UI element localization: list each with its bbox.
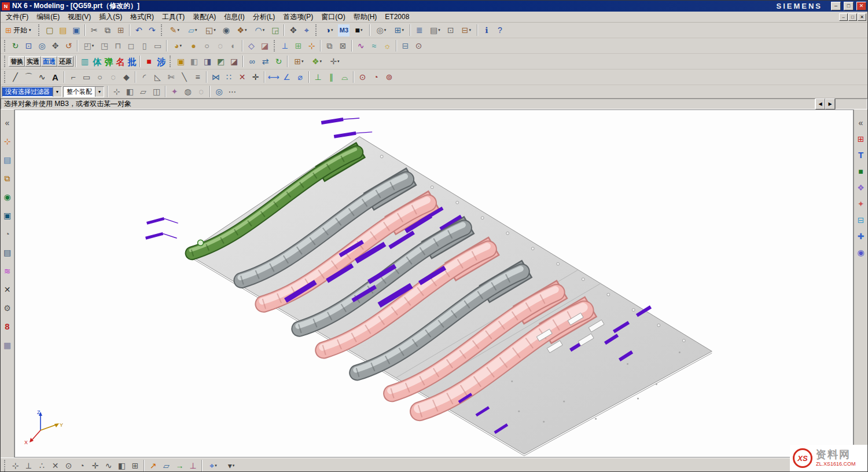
cut-icon[interactable]: ✂ — [87, 24, 101, 36]
select-face-filter-icon[interactable]: ◧ — [123, 86, 137, 98]
snap-point-on-curve-icon[interactable]: ∿ — [102, 459, 115, 471]
fillet-icon[interactable]: ◜ — [138, 71, 151, 83]
highlight-toggle-icon[interactable]: ✦ — [168, 86, 181, 98]
top-selection-icon[interactable]: ◍ — [181, 86, 194, 98]
snap-quadrant-icon[interactable]: ◔ — [75, 459, 89, 471]
maximize-view-icon[interactable]: ⊠ — [336, 40, 350, 52]
snap-point-on-face-icon[interactable]: ◧ — [115, 459, 128, 471]
snap-control-point-icon[interactable]: ∴ — [35, 459, 49, 471]
menu-view[interactable]: 视图(V) — [64, 12, 95, 23]
materials-palette-icon[interactable]: ■ — [854, 165, 867, 177]
spline-icon[interactable]: ∿ — [35, 71, 49, 83]
circle-icon[interactable]: ○ — [93, 71, 106, 83]
reuse-library-icon[interactable]: ✦ — [854, 197, 867, 210]
snap-arc-center-icon[interactable]: ⊙ — [62, 459, 75, 471]
toolbar-grip[interactable] — [4, 460, 6, 471]
more-curve-tools-icon[interactable]: ⊚ — [382, 71, 396, 83]
mdi-restore-button[interactable]: □ — [848, 13, 857, 21]
find-component-icon[interactable]: ◎ — [212, 86, 226, 98]
body-display-button[interactable]: 体 — [91, 56, 103, 68]
toolbar-grip[interactable] — [274, 40, 276, 52]
model-canvas[interactable] — [15, 110, 853, 457]
trimetric-view-icon[interactable]: ◰▾ — [80, 40, 98, 52]
wcs-display-icon[interactable]: ⊹ — [305, 40, 318, 52]
hole-icon[interactable]: ◉ — [219, 24, 233, 36]
measure-distance-icon[interactable]: ⌖▾ — [204, 459, 222, 471]
roles-palette-icon[interactable]: ⊞ — [854, 133, 867, 145]
selection-filter-combo[interactable]: 没有选择过滤器 ▼ — [2, 86, 62, 97]
selection-scope-combo[interactable]: 整个装配 ▼ — [63, 86, 104, 97]
mdi-minimize-button[interactable]: – — [839, 13, 848, 21]
menu-insert[interactable]: 插入(S) — [95, 12, 126, 23]
csys-dialog-icon[interactable]: ⊥ — [186, 459, 200, 471]
relink-icon[interactable]: ⇄ — [259, 56, 272, 68]
menu-analysis[interactable]: 分析(L) — [249, 12, 279, 23]
diameter-dimension-icon[interactable]: ⌀ — [293, 71, 307, 83]
angular-dimension-icon[interactable]: ∠ — [280, 71, 293, 83]
minimize-button[interactable]: – — [831, 2, 841, 10]
name-display-button[interactable]: 名 — [115, 56, 126, 68]
shaded-with-edges-icon[interactable]: ◕▾ — [169, 40, 187, 52]
toolbar-grip[interactable] — [38, 24, 41, 36]
toolbar-grip[interactable] — [4, 56, 6, 67]
info-icon[interactable]: ℹ — [480, 24, 493, 36]
history-icon[interactable]: ◔ — [1, 228, 14, 240]
line-icon[interactable]: ╱ — [9, 71, 22, 83]
measure-icon[interactable]: ⌖ — [300, 24, 313, 36]
customize-tools-icon[interactable]: ⚙ — [1, 302, 14, 314]
arc-icon[interactable]: ⌒ — [22, 71, 35, 83]
start-menu-button[interactable]: ⊞ 开始 ▾ — [2, 25, 34, 36]
parallel-constraint-icon[interactable]: ∥ — [325, 71, 338, 83]
pattern-curve-icon[interactable]: ∷ — [222, 71, 236, 83]
show-hide-icon[interactable]: ◎▾ — [372, 24, 390, 36]
face-translucent-button[interactable]: 面透 — [41, 56, 57, 67]
static-wireframe-icon[interactable]: ◌ — [214, 40, 227, 52]
menu-format[interactable]: 格式(R) — [126, 12, 158, 23]
menu-preferences[interactable]: 首选项(P) — [279, 12, 317, 23]
more-display-tools-icon[interactable]: ✛▾ — [326, 56, 344, 68]
menu-help[interactable]: 帮助(H) — [350, 12, 381, 23]
chevron-down-icon[interactable]: ▼ — [53, 87, 61, 97]
datum-csys-tool-icon[interactable]: ⊹ — [1, 135, 14, 147]
shell-icon[interactable]: ◲ — [269, 24, 282, 36]
new-file-icon[interactable]: ▢ — [43, 24, 56, 36]
rotate-view-icon[interactable]: ↺ — [62, 40, 75, 52]
visualization-palette-icon[interactable]: ❖ — [854, 181, 867, 193]
springback-button[interactable]: 弹 — [103, 56, 115, 68]
restore-display-button[interactable]: 还原 — [57, 56, 73, 67]
section-view-icon[interactable]: ◪ — [258, 40, 271, 52]
undo-icon[interactable]: ↶ — [132, 24, 145, 36]
snap-grid-point-icon[interactable]: ⊞ — [128, 459, 142, 471]
top-view-icon[interactable]: ⊓ — [111, 40, 124, 52]
part-navigator-icon[interactable]: ▤ — [1, 153, 14, 166]
snap-end-point-icon[interactable]: ⊹ — [9, 459, 22, 471]
invert-hidden-icon[interactable]: ◪ — [227, 56, 241, 68]
sketch-icon[interactable]: ✎▾ — [165, 24, 183, 36]
solid-translucent-button[interactable]: 实透 — [25, 56, 41, 67]
perpendicular-constraint-icon[interactable]: ⊥ — [311, 71, 325, 83]
layer-settings-icon[interactable]: ▤▾ — [426, 24, 444, 36]
paste-icon[interactable]: ⊞ — [114, 24, 127, 36]
assembly-navigator-icon[interactable]: ⧉ — [1, 172, 14, 184]
canned-view-icon[interactable]: ⊡ — [444, 24, 457, 36]
component-group-icon[interactable]: ❖▾ — [308, 56, 326, 68]
copy-icon[interactable]: ⧉ — [101, 24, 114, 36]
templates-palette-icon[interactable]: T — [854, 149, 867, 161]
quick-extend-icon[interactable]: ╲ — [178, 71, 191, 83]
color-palette-icon[interactable]: ≋ — [1, 265, 14, 277]
snapshot-icon[interactable]: ⊙ — [412, 40, 425, 52]
clip-part[interactable] — [146, 233, 163, 238]
delete-tool-icon[interactable]: ✕ — [1, 283, 14, 295]
light-settings-icon[interactable]: ☼ — [381, 40, 394, 52]
save-icon[interactable]: ▣ — [69, 24, 83, 36]
dock-collapse-icon[interactable]: « — [1, 116, 14, 129]
snap-point-toggle-icon[interactable]: ⊹ — [110, 86, 123, 98]
toolbar-grip[interactable] — [315, 24, 318, 36]
menu-window[interactable]: 窗口(O) — [317, 12, 349, 23]
pan-icon[interactable]: ✥ — [49, 40, 62, 52]
pmi-display-icon[interactable]: ⟂ — [278, 40, 292, 52]
replace-display-button[interactable]: 替换 — [9, 56, 25, 67]
profile-icon[interactable]: ⌐ — [67, 71, 80, 83]
pin-palette-icon[interactable]: ◉ — [854, 246, 867, 258]
toolbar-grip[interactable] — [161, 24, 163, 36]
